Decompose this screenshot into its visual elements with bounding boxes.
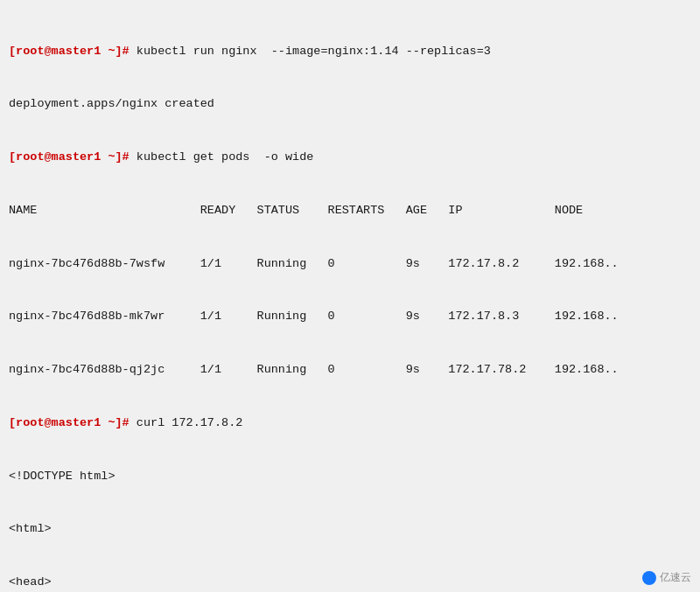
terminal-line-6: nginx-7bc476d88b-mk7wr 1/1 Running 0 9s …	[9, 308, 691, 325]
terminal-line-2: deployment.apps/nginx created	[9, 95, 691, 113]
terminal-line-4: NAME READY STATUS RESTARTS AGE IP NODE	[9, 202, 691, 219]
terminal-line-1: [root@master1 ~]# kubectl run nginx --im…	[9, 43, 691, 60]
terminal-line-9: <!DOCTYPE html>	[9, 468, 691, 485]
terminal-window: [root@master1 ~]# kubectl run nginx --im…	[0, 0, 700, 592]
watermark: 亿速云	[642, 570, 691, 585]
prompt-1: [root@master1 ~]#	[9, 45, 130, 58]
watermark-text: 亿速云	[660, 570, 691, 585]
command-3: curl 172.17.8.2	[130, 416, 243, 429]
terminal-line-11: <head>	[9, 574, 691, 591]
watermark-icon	[642, 571, 656, 585]
terminal-line-5: nginx-7bc476d88b-7wsfw 1/1 Running 0 9s …	[9, 255, 691, 273]
command-2: kubectl get pods -o wide	[130, 150, 314, 164]
terminal-line-3: [root@master1 ~]# kubectl get pods -o wi…	[9, 149, 691, 166]
terminal-line-10: <html>	[9, 520, 691, 538]
prompt-3: [root@master1 ~]#	[9, 416, 130, 429]
terminal-line-8: [root@master1 ~]# curl 172.17.8.2	[9, 414, 691, 432]
prompt-2: [root@master1 ~]#	[9, 150, 130, 164]
command-1: kubectl run nginx --image=nginx:1.14 --r…	[130, 45, 491, 58]
terminal-line-7: nginx-7bc476d88b-qj2jc 1/1 Running 0 9s …	[9, 361, 691, 379]
